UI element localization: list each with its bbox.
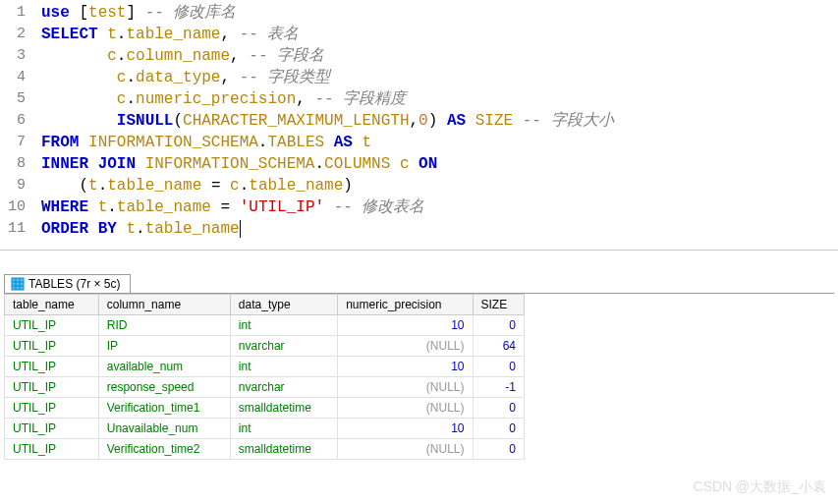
table-cell[interactable]: 0 — [473, 398, 524, 419]
table-row[interactable]: UTIL_IPRIDint100 — [5, 315, 525, 336]
code-area[interactable]: use [test] -- 修改库名SELECT t.table_name, -… — [37, 0, 618, 242]
table-cell[interactable]: 10 — [338, 357, 473, 377]
line-number: 10 — [8, 196, 26, 218]
table-cell[interactable]: UTIL_IP — [5, 419, 99, 439]
table-cell[interactable]: -1 — [473, 377, 524, 398]
table-cell[interactable]: UTIL_IP — [5, 398, 99, 419]
table-cell[interactable]: (NULL) — [338, 398, 473, 419]
results-tab-bar: TABLES (7r × 5c) — [4, 274, 834, 294]
table-cell[interactable]: 10 — [338, 315, 473, 336]
line-number: 11 — [8, 218, 26, 240]
table-cell[interactable]: nvarchar — [230, 377, 337, 398]
results-tab-label: TABLES (7r × 5c) — [28, 277, 120, 291]
column-header[interactable]: numeric_precision — [338, 295, 473, 315]
column-header[interactable]: table_name — [5, 295, 99, 315]
table-cell[interactable]: UTIL_IP — [5, 439, 99, 460]
table-cell[interactable]: 64 — [473, 336, 524, 357]
column-header[interactable]: data_type — [230, 295, 337, 315]
table-cell[interactable]: IP — [98, 336, 230, 357]
table-cell[interactable]: Verification_time1 — [98, 398, 230, 419]
line-number: 3 — [8, 45, 26, 67]
code-line[interactable]: ISNULL(CHARACTER_MAXIMUM_LENGTH,0) AS SI… — [41, 110, 614, 132]
table-row[interactable]: UTIL_IPIPnvarchar(NULL)64 — [5, 336, 525, 357]
code-line[interactable]: (t.table_name = c.table_name) — [41, 175, 614, 196]
line-number: 2 — [8, 24, 26, 45]
table-cell[interactable]: Verification_time2 — [98, 439, 230, 460]
line-number: 9 — [8, 175, 26, 196]
line-number: 5 — [8, 88, 26, 110]
line-number: 1 — [8, 2, 26, 24]
table-cell[interactable]: int — [230, 315, 337, 336]
code-line[interactable]: c.column_name, -- 字段名 — [41, 45, 614, 67]
table-cell[interactable]: smalldatetime — [230, 398, 337, 419]
table-cell[interactable]: 0 — [473, 315, 524, 336]
table-row[interactable]: UTIL_IPVerification_time2smalldatetime(N… — [5, 439, 525, 460]
code-line[interactable]: ORDER BY t.table_name — [41, 218, 614, 240]
table-cell[interactable]: (NULL) — [338, 336, 473, 357]
table-cell[interactable]: 0 — [473, 439, 524, 460]
code-line[interactable]: FROM INFORMATION_SCHEMA.TABLES AS t — [41, 132, 614, 153]
code-line[interactable]: INNER JOIN INFORMATION_SCHEMA.COLUMNS c … — [41, 153, 614, 175]
code-line[interactable]: c.numeric_precision, -- 字段精度 — [41, 88, 614, 110]
table-row[interactable]: UTIL_IPavailable_numint100 — [5, 357, 525, 377]
table-cell[interactable]: int — [230, 419, 337, 439]
sql-editor[interactable]: 1234567891011 use [test] -- 修改库名SELECT t… — [0, 0, 838, 251]
line-number: 7 — [8, 132, 26, 153]
line-gutter: 1234567891011 — [0, 0, 37, 242]
code-line[interactable]: WHERE t.table_name = 'UTIL_IP' -- 修改表名 — [41, 196, 614, 218]
table-cell[interactable]: RID — [98, 315, 230, 336]
table-cell[interactable]: int — [230, 357, 337, 377]
code-line[interactable]: c.data_type, -- 字段类型 — [41, 67, 614, 88]
code-line[interactable]: SELECT t.table_name, -- 表名 — [41, 24, 614, 45]
code-line[interactable]: use [test] -- 修改库名 — [41, 2, 614, 24]
table-cell[interactable]: UTIL_IP — [5, 336, 99, 357]
table-cell[interactable]: 0 — [473, 419, 524, 439]
table-cell[interactable]: nvarchar — [230, 336, 337, 357]
table-cell[interactable]: available_num — [98, 357, 230, 377]
table-cell[interactable]: (NULL) — [338, 439, 473, 460]
table-icon — [11, 277, 25, 291]
table-cell[interactable]: Unavailable_num — [98, 419, 230, 439]
svg-rect-0 — [12, 278, 24, 290]
table-cell[interactable]: UTIL_IP — [5, 377, 99, 398]
table-cell[interactable]: response_speed — [98, 377, 230, 398]
table-cell[interactable]: 10 — [338, 419, 473, 439]
table-row[interactable]: UTIL_IPresponse_speednvarchar(NULL)-1 — [5, 377, 525, 398]
column-header[interactable]: SIZE — [473, 295, 524, 315]
column-header[interactable]: column_name — [98, 295, 230, 315]
table-row[interactable]: UTIL_IPUnavailable_numint100 — [5, 419, 525, 439]
results-grid[interactable]: table_namecolumn_namedata_typenumeric_pr… — [4, 294, 525, 460]
table-cell[interactable]: UTIL_IP — [5, 357, 99, 377]
results-panel: TABLES (7r × 5c) table_namecolumn_nameda… — [0, 274, 838, 460]
line-number: 4 — [8, 67, 26, 88]
table-cell[interactable]: smalldatetime — [230, 439, 337, 460]
table-cell[interactable]: UTIL_IP — [5, 315, 99, 336]
table-row[interactable]: UTIL_IPVerification_time1smalldatetime(N… — [5, 398, 525, 419]
line-number: 6 — [8, 110, 26, 132]
table-cell[interactable]: 0 — [473, 357, 524, 377]
results-tab[interactable]: TABLES (7r × 5c) — [4, 274, 131, 293]
table-cell[interactable]: (NULL) — [338, 377, 473, 398]
line-number: 8 — [8, 153, 26, 175]
